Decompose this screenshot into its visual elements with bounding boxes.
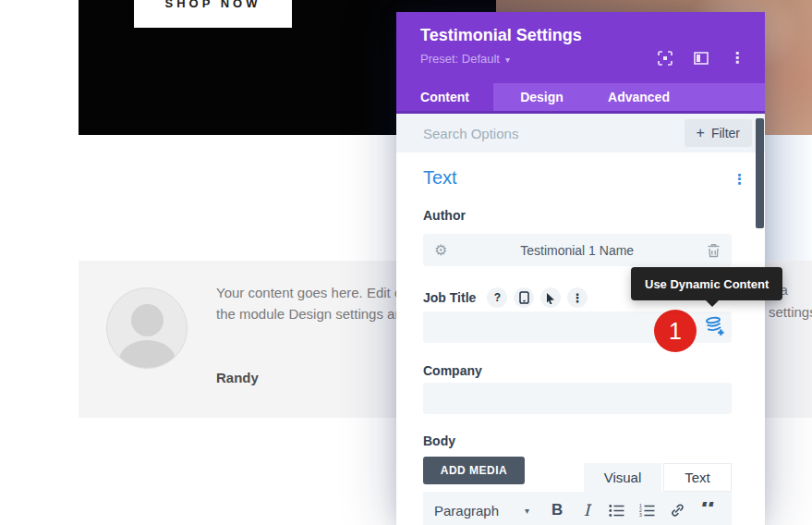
modal-header: Testimonial Settings Preset: Default▾ bbox=[396, 12, 765, 83]
hover-cursor-icon[interactable] bbox=[540, 287, 561, 308]
avatar-head bbox=[131, 304, 164, 336]
step-badge: 1 bbox=[654, 310, 697, 352]
body-label: Body bbox=[423, 433, 455, 448]
tab-content[interactable]: Content bbox=[396, 83, 493, 111]
shop-now-label: SHOP NOW bbox=[165, 0, 261, 10]
shop-now-button[interactable]: SHOP NOW bbox=[134, 0, 292, 28]
tab-design[interactable]: Design bbox=[493, 83, 590, 111]
dynamic-content-icon[interactable] bbox=[704, 316, 726, 341]
add-media-button[interactable]: ADD MEDIA bbox=[423, 457, 525, 484]
tooltip-text: Use Dynamic Content bbox=[645, 277, 769, 291]
help-icon[interactable]: ? bbox=[487, 287, 507, 308]
numbered-list-button[interactable]: 1 2 3 bbox=[639, 504, 655, 518]
paragraph-dropdown[interactable]: Paragraph ▾ bbox=[434, 503, 529, 519]
filter-button[interactable]: + Filter bbox=[685, 119, 752, 147]
dynamic-content-tooltip: Use Dynamic Content bbox=[631, 267, 782, 300]
responsive-phone-icon[interactable] bbox=[514, 287, 534, 308]
avatar-placeholder bbox=[106, 287, 188, 369]
page-background-gradient bbox=[765, 135, 812, 261]
plus-icon: + bbox=[697, 125, 705, 141]
tab-advanced[interactable]: Advanced bbox=[590, 83, 687, 111]
modal-scrollbar[interactable] bbox=[756, 118, 764, 228]
modal-options-icon[interactable]: ⋮ bbox=[730, 32, 745, 83]
preset-dropdown[interactable]: Preset: Default▾ bbox=[420, 52, 582, 66]
blockquote-button[interactable]: “ bbox=[700, 502, 717, 519]
modal-header-left: Testimonial Settings Preset: Default▾ bbox=[420, 26, 582, 83]
modal-title: Testimonial Settings bbox=[420, 26, 582, 45]
caret-down-icon: ▾ bbox=[505, 55, 510, 65]
testimonial-text-line2: the module Design settings ar bbox=[216, 303, 402, 324]
screenshot-root: SHOP NOW Your content goes here. Edit o … bbox=[0, 0, 812, 525]
editor-toolbar: Paragraph ▾ B I 1 2 3 bbox=[423, 492, 732, 525]
author-value: Testimonial 1 Name bbox=[447, 243, 707, 258]
italic-button[interactable]: I bbox=[579, 501, 594, 519]
section-options-icon[interactable]: ⋮ bbox=[733, 171, 746, 188]
company-input[interactable] bbox=[423, 383, 732, 414]
link-button[interactable] bbox=[670, 503, 685, 518]
expand-modal-icon[interactable] bbox=[658, 32, 673, 83]
caret-down-icon: ▾ bbox=[525, 506, 529, 516]
bold-button[interactable]: B bbox=[550, 501, 564, 519]
editor-tab-visual[interactable]: Visual bbox=[584, 463, 661, 492]
modal-header-icons: ⋮ bbox=[658, 32, 745, 83]
testimonial-author: Randy bbox=[216, 370, 259, 385]
paragraph-label: Paragraph bbox=[434, 503, 499, 519]
svg-text:3: 3 bbox=[639, 512, 642, 518]
filter-label: Filter bbox=[711, 126, 740, 140]
job-title-row: Job Title ? ⋮ bbox=[423, 287, 588, 308]
search-options-bar: + Filter bbox=[396, 114, 765, 153]
field-options-icon[interactable]: ⋮ bbox=[567, 287, 588, 308]
tooltip-arrow bbox=[705, 299, 720, 307]
modal-tab-bar: Content Design Advanced bbox=[396, 83, 765, 114]
modal-body: Text ⋮ Author ⚙ Testimonial 1 Name Job T… bbox=[396, 153, 765, 522]
testimonial-text: Your content goes here. Edit o the modul… bbox=[216, 282, 402, 324]
search-input[interactable] bbox=[423, 126, 608, 141]
testimonial-text-line1: Your content goes here. Edit o bbox=[216, 282, 402, 303]
trash-icon[interactable] bbox=[707, 243, 721, 258]
author-field[interactable]: ⚙ Testimonial 1 Name bbox=[423, 234, 732, 266]
gear-icon[interactable]: ⚙ bbox=[434, 241, 447, 259]
testimonial-text-right-line2: settings bbox=[769, 301, 812, 324]
job-title-label: Job Title bbox=[423, 290, 476, 305]
layout-view-icon[interactable] bbox=[694, 32, 709, 83]
section-title: Text bbox=[423, 167, 457, 189]
testimonial-settings-modal: Testimonial Settings Preset: Default▾ bbox=[396, 12, 765, 525]
bullet-list-button[interactable] bbox=[609, 504, 624, 518]
company-label: Company bbox=[423, 363, 482, 378]
preset-label: Preset: Default bbox=[420, 52, 500, 66]
author-label: Author bbox=[423, 208, 466, 223]
editor-tab-text[interactable]: Text bbox=[663, 463, 732, 492]
